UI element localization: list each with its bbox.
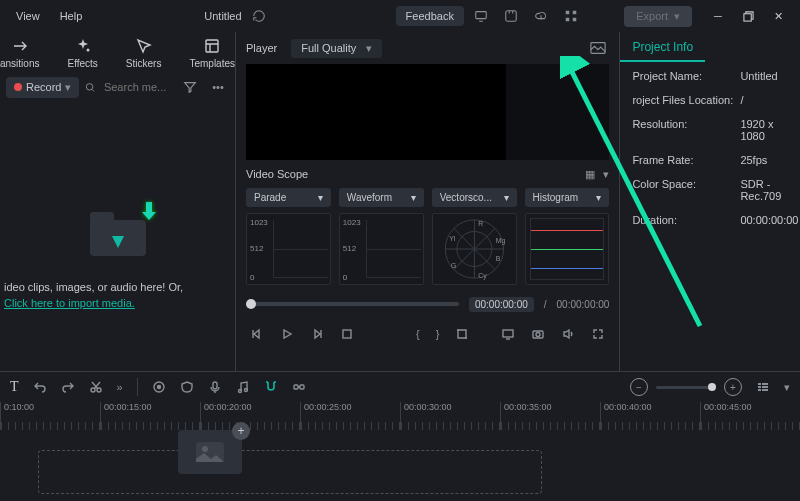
more-tools-icon[interactable]: » [117,381,123,393]
info-duration: Duration:00:00:00:00 [620,208,800,232]
timeline-chevron-icon[interactable]: ▾ [784,381,790,394]
svg-rect-6 [743,13,750,20]
tab-effects[interactable]: Effects [67,36,97,69]
svg-rect-38 [758,389,761,391]
svg-rect-2 [566,11,570,15]
scope-title: Video Scope [246,168,308,180]
text-tool-icon[interactable]: T [10,379,19,395]
crop-icon[interactable] [455,327,469,341]
stop-button[interactable] [340,327,354,341]
scope-parade-dropdown[interactable]: Parade▾ [246,188,331,207]
scope-histogram-dropdown[interactable]: Histogram▾ [525,188,610,207]
track-drop-zone[interactable] [38,450,542,494]
filter-icon[interactable] [179,76,201,98]
seek-bar[interactable] [246,302,459,306]
prev-frame-button[interactable] [250,327,264,341]
svg-rect-36 [758,383,761,385]
import-link[interactable]: Click here to import media. [4,296,231,311]
minimize-button[interactable]: ─ [704,3,732,29]
export-button[interactable]: Export▾ [624,6,692,27]
next-frame-button[interactable] [310,327,324,341]
list-view-icon[interactable] [756,380,770,394]
more-icon[interactable]: ••• [207,76,229,98]
svg-rect-5 [573,18,577,22]
grid-icon[interactable] [558,3,584,29]
asset-tabs: ansitions Effects Stickers Templates [0,32,235,69]
svg-text:Yl: Yl [449,235,456,242]
svg-rect-23 [343,330,351,338]
scope-vectorscope-dropdown[interactable]: Vectorsco...▾ [432,188,517,207]
mic-icon[interactable] [208,380,222,394]
svg-rect-34 [294,385,298,389]
close-button[interactable]: ✕ [764,3,792,29]
svg-rect-8 [206,40,218,52]
marker-icon[interactable] [152,380,166,394]
info-resolution: Resolution:1920 x 1080 [620,112,800,148]
svg-point-43 [202,446,208,452]
svg-rect-1 [506,11,517,22]
fullscreen-icon[interactable] [591,327,605,341]
tab-stickers[interactable]: Stickers [126,36,162,69]
feedback-button[interactable]: Feedback [396,6,464,26]
timeline-ruler[interactable]: 0:10:00 00:00:15:00 00:00:20:00 00:00:25… [0,402,800,430]
video-preview[interactable] [246,64,609,160]
maximize-button[interactable] [734,3,762,29]
svg-point-32 [238,390,241,393]
tab-templates[interactable]: Templates [189,36,235,69]
svg-rect-4 [566,18,570,22]
search-icon [85,81,95,94]
volume-icon[interactable] [561,327,575,341]
svg-point-7 [86,49,89,52]
cloud-icon[interactable] [528,3,554,29]
monitor-icon[interactable] [468,3,494,29]
scope-layout-icon[interactable]: ▦ [585,168,595,181]
download-arrow-icon [132,198,160,226]
title-bar: View Help Untitled Feedback Export▾ ─ ✕ [0,0,800,32]
snapshot-icon[interactable] [587,37,609,59]
image-icon [196,442,224,462]
svg-rect-40 [762,386,768,388]
zoom-out-icon[interactable]: − [630,378,648,396]
zoom-in-icon[interactable]: + [724,378,742,396]
display-icon[interactable] [501,327,515,341]
svg-text:G: G [451,262,456,269]
zoom-control[interactable]: − + [630,378,742,396]
camera-icon[interactable] [531,327,545,341]
timecode-current: 00:00:00:00 [469,297,534,312]
quality-dropdown[interactable]: Full Quality▾ [291,39,382,58]
search-input[interactable] [85,80,173,94]
redo-icon[interactable] [61,380,75,394]
add-clip-button[interactable]: + [232,422,250,440]
tab-transitions[interactable]: ansitions [0,36,39,69]
record-button[interactable]: Record ▾ [6,77,79,98]
cut-icon[interactable] [89,380,103,394]
svg-text:R: R [478,220,483,227]
shield-icon[interactable] [180,380,194,394]
screenshot-icon[interactable] [498,3,524,29]
scope-waveform-dropdown[interactable]: Waveform▾ [339,188,424,207]
timecode-duration: 00:00:00:00 [557,299,610,310]
player-label: Player [246,42,277,54]
import-hint: ideo clips, images, or audio here! Or, [4,280,231,295]
music-icon[interactable] [236,380,250,394]
import-drop-zone[interactable]: ideo clips, images, or audio here! Or, C… [0,105,235,371]
clip-placeholder[interactable]: + [178,430,242,474]
tab-project-info[interactable]: Project Info [620,34,705,62]
svg-point-30 [157,386,160,389]
brace-close-icon[interactable]: } [436,328,440,340]
menu-view[interactable]: View [8,6,48,26]
brace-open-icon[interactable]: { [416,328,420,340]
scope-chevron-icon[interactable]: ▾ [603,168,609,181]
svg-rect-0 [476,12,487,19]
scope-vectorscope: R Mg B Cy G Yl [432,213,517,285]
link-icon[interactable] [292,380,306,394]
svg-point-26 [536,333,540,337]
magnet-icon[interactable] [264,380,278,394]
svg-rect-24 [503,330,513,337]
info-frame-rate: Frame Rate:25fps [620,148,800,172]
undo-icon[interactable] [33,380,47,394]
play-button[interactable] [280,327,294,341]
menu-help[interactable]: Help [52,6,91,26]
svg-rect-41 [762,389,768,391]
title-refresh-icon[interactable] [246,3,272,29]
